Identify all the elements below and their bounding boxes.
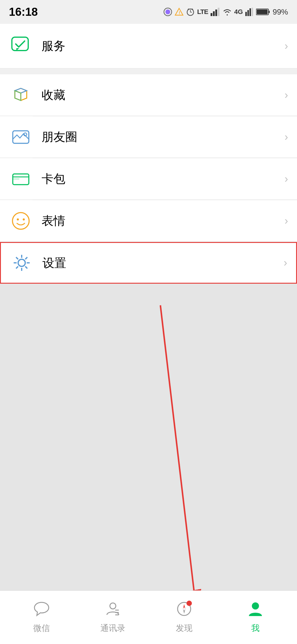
favorites-icon — [9, 83, 33, 107]
content-area: 服务 › 收藏 › — [0, 24, 297, 644]
svg-point-23 — [24, 133, 27, 136]
menu-item-wallet[interactable]: 卡包 › — [0, 158, 297, 200]
wallet-arrow: › — [285, 173, 288, 185]
svg-rect-20 — [12, 37, 28, 51]
svg-point-26 — [17, 218, 19, 220]
svg-point-25 — [12, 213, 29, 229]
compass-icon — [176, 601, 192, 620]
contacts-icon — [105, 601, 121, 620]
status-icons: ! LTE 4G — [163, 7, 288, 17]
menu-item-moments[interactable]: 朋友圈 › — [0, 116, 297, 158]
svg-rect-9 — [211, 13, 212, 16]
group-separator — [0, 68, 297, 74]
gray-area — [0, 284, 297, 644]
svg-line-34 — [25, 266, 27, 268]
svg-rect-11 — [215, 10, 217, 16]
svg-rect-12 — [218, 8, 219, 16]
wifi-icon — [222, 8, 232, 16]
alarm-icon — [186, 7, 195, 16]
nav-label-me: 我 — [251, 623, 260, 634]
discover-badge — [187, 601, 192, 606]
signal2-icon — [245, 8, 254, 16]
settings-label: 设置 — [42, 255, 284, 271]
lte-icon: LTE — [197, 8, 208, 16]
svg-rect-10 — [213, 11, 215, 16]
status-bar: 16:18 ! LTE — [0, 0, 297, 24]
main-layout: 服务 › 收藏 › — [0, 24, 297, 644]
svg-point-27 — [23, 218, 25, 220]
svg-rect-15 — [249, 8, 251, 16]
settings-icon — [10, 251, 34, 275]
moments-label: 朋友圈 — [42, 129, 285, 145]
svg-rect-13 — [245, 12, 247, 16]
svg-line-36 — [16, 266, 18, 268]
menu-item-stickers[interactable]: 表情 › — [0, 200, 297, 242]
svg-rect-14 — [247, 10, 249, 16]
favorites-arrow: › — [285, 89, 288, 101]
bottom-nav: 微信 通讯录 — [0, 590, 297, 644]
profile-icon — [247, 601, 264, 620]
menu-item-service[interactable]: 服务 › — [0, 24, 297, 68]
warning-icon: ! — [175, 7, 184, 16]
battery-icon — [256, 8, 270, 16]
svg-rect-18 — [257, 10, 268, 14]
menu-item-favorites[interactable]: 收藏 › — [0, 74, 297, 116]
svg-point-28 — [18, 259, 25, 266]
svg-marker-44 — [183, 604, 185, 609]
nav-item-me[interactable]: 我 — [220, 601, 291, 634]
moments-icon — [9, 125, 33, 149]
battery-percent: 99% — [273, 7, 288, 17]
moments-arrow: › — [285, 131, 288, 143]
annotation-arrow-svg — [0, 284, 297, 644]
svg-line-35 — [25, 257, 27, 259]
svg-point-46 — [252, 602, 259, 610]
svg-line-33 — [16, 257, 18, 259]
nav-label-discover: 发现 — [176, 623, 192, 634]
stickers-icon — [9, 209, 33, 233]
nav-label-contacts: 通讯录 — [100, 623, 125, 634]
wallet-icon — [9, 167, 33, 191]
nav-item-contacts[interactable]: 通讯录 — [77, 601, 148, 634]
svg-rect-16 — [252, 8, 253, 16]
svg-text:!: ! — [179, 10, 180, 15]
signal-icon — [211, 8, 220, 16]
svg-rect-19 — [268, 11, 270, 13]
svg-line-38 — [160, 305, 196, 608]
svg-point-1 — [165, 10, 170, 14]
nav-label-wechat: 微信 — [33, 623, 50, 634]
status-time: 16:18 — [9, 6, 38, 18]
menu-item-settings[interactable]: 设置 › — [0, 242, 297, 284]
service-label: 服务 — [42, 38, 285, 54]
favorites-label: 收藏 — [42, 87, 285, 103]
nav-item-wechat[interactable]: 微信 — [6, 601, 77, 634]
chat-icon — [33, 601, 50, 620]
wallet-label: 卡包 — [42, 171, 285, 187]
notification-icon — [163, 7, 172, 16]
4g-icon: 4G — [234, 8, 243, 16]
stickers-arrow: › — [285, 215, 288, 227]
nav-item-discover[interactable]: 发现 — [148, 601, 220, 634]
svg-marker-45 — [183, 609, 185, 614]
service-arrow: › — [285, 40, 288, 52]
settings-arrow: › — [284, 257, 287, 269]
stickers-label: 表情 — [42, 213, 285, 229]
svg-point-39 — [110, 603, 116, 609]
service-icon — [9, 34, 33, 58]
